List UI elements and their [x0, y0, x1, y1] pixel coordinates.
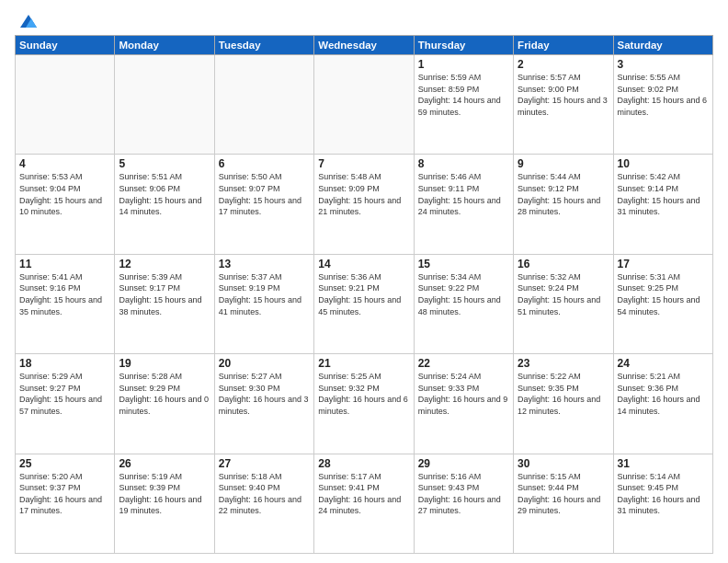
- day-number: 8: [418, 157, 509, 170]
- day-number: 22: [418, 357, 509, 370]
- day-cell: 4Sunrise: 5:53 AM Sunset: 9:04 PM Daylig…: [16, 155, 115, 254]
- day-number: 19: [119, 357, 210, 370]
- day-cell: 11Sunrise: 5:41 AM Sunset: 9:16 PM Dayli…: [16, 254, 115, 353]
- day-info: Sunrise: 5:18 AM Sunset: 9:40 PM Dayligh…: [219, 471, 310, 517]
- day-number: 20: [219, 357, 310, 370]
- day-cell: 15Sunrise: 5:34 AM Sunset: 9:22 PM Dayli…: [414, 254, 513, 353]
- logo-icon: [18, 11, 39, 31]
- day-info: Sunrise: 5:16 AM Sunset: 9:43 PM Dayligh…: [418, 471, 509, 517]
- weekday-friday: Friday: [514, 36, 613, 55]
- weekday-wednesday: Wednesday: [314, 36, 414, 55]
- day-cell: 19Sunrise: 5:28 AM Sunset: 9:29 PM Dayli…: [115, 354, 214, 454]
- day-cell: 13Sunrise: 5:37 AM Sunset: 9:19 PM Dayli…: [214, 254, 313, 353]
- day-number: 31: [618, 457, 709, 470]
- day-number: 11: [19, 258, 110, 270]
- day-cell: [314, 55, 414, 155]
- day-cell: 2Sunrise: 5:57 AM Sunset: 9:00 PM Daylig…: [514, 55, 613, 155]
- day-number: 23: [518, 357, 609, 370]
- weekday-saturday: Saturday: [613, 36, 712, 55]
- day-number: 24: [618, 357, 709, 370]
- weekday-sunday: Sunday: [16, 36, 115, 55]
- day-info: Sunrise: 5:24 AM Sunset: 9:33 PM Dayligh…: [418, 371, 509, 417]
- day-cell: 31Sunrise: 5:14 AM Sunset: 9:45 PM Dayli…: [613, 454, 712, 553]
- day-info: Sunrise: 5:28 AM Sunset: 9:29 PM Dayligh…: [119, 371, 210, 417]
- day-cell: 16Sunrise: 5:32 AM Sunset: 9:24 PM Dayli…: [514, 254, 613, 353]
- day-number: 27: [219, 457, 310, 470]
- day-cell: 25Sunrise: 5:20 AM Sunset: 9:37 PM Dayli…: [16, 454, 115, 553]
- week-row-1: 1Sunrise: 5:59 AM Sunset: 8:59 PM Daylig…: [16, 55, 713, 155]
- day-cell: [214, 55, 313, 155]
- day-number: 16: [518, 258, 609, 270]
- day-number: 15: [418, 258, 509, 270]
- day-info: Sunrise: 5:27 AM Sunset: 9:30 PM Dayligh…: [219, 371, 310, 417]
- day-cell: 23Sunrise: 5:22 AM Sunset: 9:35 PM Dayli…: [514, 354, 613, 454]
- day-number: 17: [618, 258, 709, 270]
- week-row-5: 25Sunrise: 5:20 AM Sunset: 9:37 PM Dayli…: [16, 454, 713, 553]
- day-info: Sunrise: 5:15 AM Sunset: 9:44 PM Dayligh…: [518, 471, 609, 517]
- day-info: Sunrise: 5:14 AM Sunset: 9:45 PM Dayligh…: [618, 471, 709, 517]
- day-info: Sunrise: 5:39 AM Sunset: 9:17 PM Dayligh…: [119, 271, 210, 317]
- day-cell: [16, 55, 115, 155]
- day-number: 7: [318, 157, 409, 170]
- day-number: 10: [618, 157, 709, 170]
- day-info: Sunrise: 5:50 AM Sunset: 9:07 PM Dayligh…: [219, 171, 310, 217]
- day-info: Sunrise: 5:55 AM Sunset: 9:02 PM Dayligh…: [618, 72, 709, 118]
- page: SundayMondayTuesdayWednesdayThursdayFrid…: [0, 0, 728, 563]
- day-number: 12: [119, 258, 210, 270]
- day-number: 13: [219, 258, 310, 270]
- day-cell: 14Sunrise: 5:36 AM Sunset: 9:21 PM Dayli…: [314, 254, 414, 353]
- day-number: 4: [19, 157, 110, 170]
- day-cell: 10Sunrise: 5:42 AM Sunset: 9:14 PM Dayli…: [613, 155, 712, 254]
- weekday-header-row: SundayMondayTuesdayWednesdayThursdayFrid…: [16, 36, 713, 55]
- day-number: 28: [318, 457, 409, 470]
- logo: [15, 11, 39, 31]
- day-cell: 21Sunrise: 5:25 AM Sunset: 9:32 PM Dayli…: [314, 354, 414, 454]
- day-number: 18: [19, 357, 110, 370]
- day-cell: 27Sunrise: 5:18 AM Sunset: 9:40 PM Dayli…: [214, 454, 313, 553]
- day-number: 30: [518, 457, 609, 470]
- day-number: 29: [418, 457, 509, 470]
- day-cell: 30Sunrise: 5:15 AM Sunset: 9:44 PM Dayli…: [514, 454, 613, 553]
- weekday-tuesday: Tuesday: [214, 36, 313, 55]
- day-info: Sunrise: 5:36 AM Sunset: 9:21 PM Dayligh…: [318, 271, 409, 317]
- day-number: 6: [219, 157, 310, 170]
- week-row-3: 11Sunrise: 5:41 AM Sunset: 9:16 PM Dayli…: [16, 254, 713, 353]
- day-info: Sunrise: 5:25 AM Sunset: 9:32 PM Dayligh…: [318, 371, 409, 417]
- day-cell: 29Sunrise: 5:16 AM Sunset: 9:43 PM Dayli…: [414, 454, 513, 553]
- day-cell: 8Sunrise: 5:46 AM Sunset: 9:11 PM Daylig…: [414, 155, 513, 254]
- day-number: 1: [418, 58, 509, 71]
- day-info: Sunrise: 5:22 AM Sunset: 9:35 PM Dayligh…: [518, 371, 609, 417]
- day-info: Sunrise: 5:41 AM Sunset: 9:16 PM Dayligh…: [19, 271, 110, 317]
- calendar-table: SundayMondayTuesdayWednesdayThursdayFrid…: [15, 35, 713, 554]
- day-info: Sunrise: 5:48 AM Sunset: 9:09 PM Dayligh…: [318, 171, 409, 217]
- day-number: 26: [119, 457, 210, 470]
- day-cell: 6Sunrise: 5:50 AM Sunset: 9:07 PM Daylig…: [214, 155, 313, 254]
- day-info: Sunrise: 5:57 AM Sunset: 9:00 PM Dayligh…: [518, 72, 609, 118]
- day-info: Sunrise: 5:21 AM Sunset: 9:36 PM Dayligh…: [618, 371, 709, 417]
- header: [15, 11, 713, 31]
- day-info: Sunrise: 5:59 AM Sunset: 8:59 PM Dayligh…: [418, 72, 509, 118]
- week-row-2: 4Sunrise: 5:53 AM Sunset: 9:04 PM Daylig…: [16, 155, 713, 254]
- day-number: 3: [618, 58, 709, 71]
- day-number: 9: [518, 157, 609, 170]
- day-info: Sunrise: 5:17 AM Sunset: 9:41 PM Dayligh…: [318, 471, 409, 517]
- day-cell: 26Sunrise: 5:19 AM Sunset: 9:39 PM Dayli…: [115, 454, 214, 553]
- day-info: Sunrise: 5:42 AM Sunset: 9:14 PM Dayligh…: [618, 171, 709, 217]
- day-cell: [115, 55, 214, 155]
- day-cell: 24Sunrise: 5:21 AM Sunset: 9:36 PM Dayli…: [613, 354, 712, 454]
- day-info: Sunrise: 5:51 AM Sunset: 9:06 PM Dayligh…: [119, 171, 210, 217]
- day-info: Sunrise: 5:34 AM Sunset: 9:22 PM Dayligh…: [418, 271, 509, 317]
- day-cell: 3Sunrise: 5:55 AM Sunset: 9:02 PM Daylig…: [613, 55, 712, 155]
- day-number: 14: [318, 258, 409, 270]
- weekday-thursday: Thursday: [414, 36, 513, 55]
- day-cell: 12Sunrise: 5:39 AM Sunset: 9:17 PM Dayli…: [115, 254, 214, 353]
- weekday-monday: Monday: [115, 36, 214, 55]
- day-cell: 7Sunrise: 5:48 AM Sunset: 9:09 PM Daylig…: [314, 155, 414, 254]
- day-info: Sunrise: 5:20 AM Sunset: 9:37 PM Dayligh…: [19, 471, 110, 517]
- day-info: Sunrise: 5:44 AM Sunset: 9:12 PM Dayligh…: [518, 171, 609, 217]
- day-info: Sunrise: 5:31 AM Sunset: 9:25 PM Dayligh…: [618, 271, 709, 317]
- day-number: 25: [19, 457, 110, 470]
- day-info: Sunrise: 5:46 AM Sunset: 9:11 PM Dayligh…: [418, 171, 509, 217]
- day-cell: 17Sunrise: 5:31 AM Sunset: 9:25 PM Dayli…: [613, 254, 712, 353]
- day-cell: 20Sunrise: 5:27 AM Sunset: 9:30 PM Dayli…: [214, 354, 313, 454]
